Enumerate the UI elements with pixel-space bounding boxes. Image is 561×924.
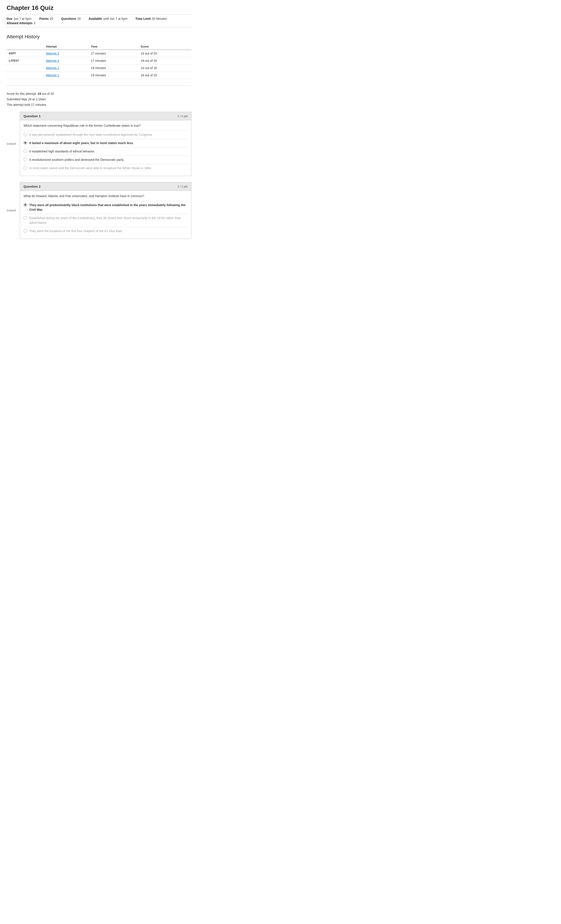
- score-suffix: out of 20: [41, 92, 54, 96]
- answer-option: In most states lasted until the Democrat…: [24, 164, 188, 172]
- col-label: [7, 44, 44, 50]
- attempt-row-label: LATEST: [7, 57, 44, 64]
- radio-circle[interactable]: [24, 229, 27, 232]
- attempt-row-score: 19 out of 20: [138, 50, 191, 57]
- answer-text: In most states lasted until the Democrat…: [29, 166, 152, 171]
- questions-value: 20: [77, 17, 81, 21]
- score-summary: Score for this attempt: 19 out of 20 Sub…: [7, 91, 191, 108]
- radio-circle[interactable]: [24, 203, 27, 207]
- allowed-label: Allowed Attempts: [7, 21, 33, 25]
- answer-option: They were the locations of the first fou…: [24, 227, 188, 235]
- radio-circle[interactable]: [24, 149, 27, 153]
- col-score: Score: [138, 44, 191, 50]
- attempt-row-score: 16 out of 20: [138, 72, 191, 79]
- table-row: Attempt 2 19 minutes 14 out of 20: [7, 64, 191, 72]
- answer-text: Established during the years of the Conf…: [29, 216, 188, 225]
- submitted-line: Submitted May 28 at 1:18am: [7, 97, 191, 102]
- attempt-history-heading: Attempt History: [7, 34, 191, 40]
- answer-option: They were all predominantly black instit…: [24, 201, 188, 214]
- time-limit-label: Time Limit: [135, 17, 151, 21]
- answer-text: It revolutionized southern politics and …: [29, 158, 124, 162]
- question-body: Which statement concerning Republican ru…: [20, 120, 191, 176]
- attempt-row-attempt[interactable]: Attempt 3: [44, 57, 88, 64]
- available-label: Available: [88, 17, 102, 21]
- points-label: Points: [39, 17, 49, 21]
- question-header-2: Question 2 1 / 1 pts: [20, 182, 191, 191]
- duration-line: This attempt took 17 minutes.: [7, 102, 191, 108]
- table-row: KEPT Attempt 3 17 minutes 19 out of 20: [7, 50, 191, 57]
- answer-text: It was permanently established through t…: [29, 132, 153, 137]
- question-pts: 1 / 1 pts: [177, 185, 188, 188]
- question-header-1: Question 1 1 / 1 pts: [20, 112, 191, 120]
- question-body: What do Howard, Atlanta, and Fisk univer…: [20, 191, 191, 239]
- available-value: until Jun 7 at 5pm: [103, 17, 128, 21]
- question-pts: 1 / 1 pts: [177, 114, 188, 118]
- radio-circle[interactable]: [24, 166, 27, 170]
- page-title: Chapter 16 Quiz: [7, 4, 191, 12]
- time-limit-value: 20 Minutes: [152, 17, 167, 21]
- radio-circle[interactable]: [24, 141, 27, 144]
- correct-label: Correct!: [7, 142, 16, 146]
- attempt-row-label: [7, 72, 44, 79]
- answer-option: Established during the years of the Conf…: [24, 214, 188, 227]
- answer-text: It lasted a maximum of about eight years…: [29, 141, 134, 146]
- col-attempt: Attempt: [44, 44, 88, 50]
- attempt-row-score: 14 out of 20: [138, 64, 191, 72]
- question-block-1: Question 1 1 / 1 pts Which statement con…: [20, 112, 191, 176]
- question-wrapper: Question 2 1 / 1 pts What do Howard, Atl…: [7, 182, 191, 239]
- allowed-value: 3: [34, 21, 35, 25]
- radio-circle[interactable]: [24, 158, 27, 161]
- attempt-row-time: 17 minutes: [88, 50, 139, 57]
- quiz-meta: Due Jun 7 at 5pm Points 20 Questions 20 …: [7, 15, 191, 27]
- answer-text: It established high standards of ethical…: [29, 149, 95, 154]
- correct-label: Correct!: [7, 209, 16, 212]
- table-row: Attempt 1 19 minutes 16 out of 20: [7, 72, 191, 79]
- attempt-history: Attempt History Attempt Time Score KEPT …: [7, 34, 191, 79]
- attempt-table: Attempt Time Score KEPT Attempt 3 17 min…: [7, 44, 191, 79]
- radio-circle[interactable]: [24, 133, 27, 136]
- questions-label: Questions: [61, 17, 76, 21]
- score-prefix: Score for this attempt:: [7, 92, 38, 96]
- radio-circle[interactable]: [24, 216, 27, 219]
- questions-container: Question 1 1 / 1 pts Which statement con…: [7, 112, 191, 239]
- answer-option: It established high standards of ethical…: [24, 147, 188, 156]
- attempt-row-time: 19 minutes: [88, 64, 139, 72]
- attempt-row-label: [7, 64, 44, 72]
- question-title: Question 2: [24, 184, 41, 188]
- due-label: Due: [7, 17, 12, 21]
- answer-option: It was permanently established through t…: [24, 130, 188, 139]
- attempt-row-attempt[interactable]: Attempt 1: [44, 72, 88, 79]
- question-text: What do Howard, Atlanta, and Fisk univer…: [24, 194, 188, 198]
- points-value: 20: [50, 17, 53, 21]
- score-line: Score for this attempt: 19 out of 20: [7, 91, 191, 97]
- answer-text: They were the locations of the first fou…: [29, 229, 123, 233]
- answer-text: They were all predominantly black instit…: [29, 203, 188, 212]
- attempt-row-time: 17 minutes: [88, 57, 139, 64]
- question-block-2: Question 2 1 / 1 pts What do Howard, Atl…: [20, 182, 191, 239]
- answer-option: It lasted a maximum of about eight years…: [24, 139, 188, 147]
- attempt-row-attempt[interactable]: Attempt 3: [44, 50, 88, 57]
- divider: [7, 86, 191, 86]
- due-value: Jun 7 at 5pm: [14, 17, 31, 21]
- question-title: Question 1: [24, 114, 41, 118]
- attempt-row-label: KEPT: [7, 50, 44, 57]
- question-wrapper: Question 1 1 / 1 pts Which statement con…: [7, 112, 191, 176]
- attempt-row-score: 19 out of 20: [138, 57, 191, 64]
- attempt-row-time: 19 minutes: [88, 72, 139, 79]
- question-text: Which statement concerning Republican ru…: [24, 124, 188, 128]
- answer-option: It revolutionized southern politics and …: [24, 156, 188, 164]
- score-bold: 19: [38, 92, 41, 96]
- col-time: Time: [88, 44, 139, 50]
- table-row: LATEST Attempt 3 17 minutes 19 out of 20: [7, 57, 191, 64]
- attempt-row-attempt[interactable]: Attempt 2: [44, 64, 88, 72]
